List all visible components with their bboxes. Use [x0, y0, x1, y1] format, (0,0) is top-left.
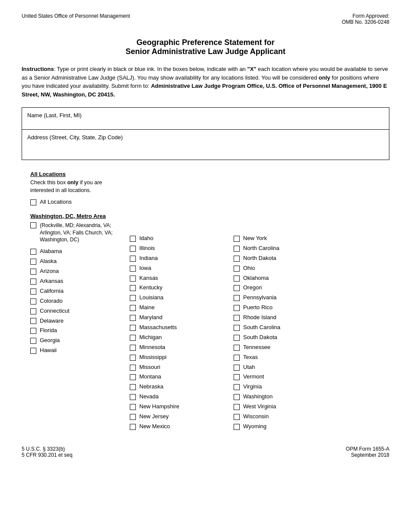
checkbox-connecticut[interactable]: Connecticut	[30, 308, 121, 315]
checkbox-missouri[interactable]: Missouri	[130, 364, 229, 371]
checkbox-illinois[interactable]: Illinois	[130, 245, 229, 252]
instructions-text1: : Type or print clearly in black or blue…	[54, 66, 247, 72]
checkbox-north-carolina[interactable]: North Carolina	[234, 245, 381, 252]
checkbox-idaho[interactable]: Idaho	[130, 235, 229, 242]
checkbox-california[interactable]: California	[30, 288, 121, 295]
checkbox-new-jersey[interactable]: New Jersey	[130, 413, 229, 420]
col2-states: Idaho Illinois Indiana Iowa Kansas Kentu…	[130, 235, 229, 430]
checkbox-maryland[interactable]: Maryland	[130, 314, 229, 321]
checkbox-new-mexico[interactable]: New Mexico	[130, 423, 229, 430]
checkbox-washington[interactable]: Washington	[234, 393, 381, 401]
column-1: All Locations Check this box only if you…	[30, 171, 125, 433]
checkbox-georgia[interactable]: Georgia	[30, 337, 121, 344]
address-label: Address (Street, City, State, Zip Code)	[27, 134, 123, 141]
checkbox-virginia[interactable]: Virginia	[234, 383, 381, 391]
instructions-bold-label: Instructions	[22, 66, 54, 72]
dc-metro-checkbox[interactable]	[30, 222, 36, 228]
checkbox-rhode-island[interactable]: Rhode Island	[234, 314, 381, 321]
all-locations-desc: Check this box only if you are intereste…	[30, 179, 121, 194]
checkbox-minnesota[interactable]: Minnesota	[130, 344, 229, 351]
checkbox-oklahoma[interactable]: Oklahoma	[234, 275, 381, 282]
name-address-box: Name (Last, First, MI) Address (Street, …	[22, 107, 389, 160]
dc-metro-title: Washington, DC, Metro Area	[30, 213, 121, 219]
checkbox-indiana[interactable]: Indiana	[130, 255, 229, 262]
checkbox-utah[interactable]: Utah	[234, 364, 381, 371]
instructions-only: only	[319, 74, 331, 81]
col3-states: New York North Carolina North Dakota Ohi…	[234, 235, 381, 430]
instructions-quote: "X"	[247, 66, 256, 72]
checkbox-south-carolina[interactable]: South Carolina	[234, 324, 381, 331]
checkbox-pennsylvania[interactable]: Pennsylvania	[234, 294, 381, 301]
checkbox-south-dakota[interactable]: South Dakota	[234, 334, 381, 341]
checkbox-michigan[interactable]: Michigan	[130, 334, 229, 341]
checkbox-wyoming[interactable]: Wyoming	[234, 423, 381, 430]
name-field[interactable]: Name (Last, First, MI)	[22, 108, 389, 129]
checkbox-ohio[interactable]: Ohio	[234, 265, 381, 272]
form-title: Geographic Preference Statement for Seni…	[22, 38, 389, 56]
checkbox-massachusetts[interactable]: Massachusetts	[130, 324, 229, 331]
all-locations-title: All Locations	[30, 171, 121, 177]
checkbox-maine[interactable]: Maine	[130, 304, 229, 311]
checkbox-texas[interactable]: Texas	[234, 354, 381, 361]
checkbox-oregon[interactable]: Oregon	[234, 284, 381, 292]
title-section: Geographic Preference Statement for Seni…	[22, 38, 389, 56]
instructions-text: Instructions: Type or print clearly in b…	[22, 65, 389, 99]
checkbox-kansas[interactable]: Kansas	[130, 275, 229, 282]
checkbox-new-york[interactable]: New York	[234, 235, 381, 242]
checkbox-new-hampshire[interactable]: New Hampshire	[130, 403, 229, 410]
name-label: Name (Last, First, MI)	[27, 112, 82, 119]
checkboxes-section: All Locations Check this box only if you…	[22, 171, 389, 433]
agency-name: United States Office of Personnel Manage…	[22, 13, 130, 25]
checkbox-hawaii[interactable]: Hawaii	[30, 347, 121, 354]
checkbox-louisiana[interactable]: Louisiana	[130, 294, 229, 301]
checkbox-montana[interactable]: Montana	[130, 373, 229, 381]
checkbox-mississippi[interactable]: Mississippi	[130, 354, 229, 361]
checkbox-delaware[interactable]: Delaware	[30, 317, 121, 325]
agency-text: United States Office of Personnel Manage…	[22, 13, 130, 19]
all-locations-checkbox[interactable]	[30, 199, 36, 205]
checkbox-vermont[interactable]: Vermont	[234, 373, 381, 381]
checkbox-north-dakota[interactable]: North Dakota	[234, 255, 381, 262]
checkbox-puerto-rico[interactable]: Puerto Rico	[234, 304, 381, 311]
checkbox-iowa[interactable]: Iowa	[130, 265, 229, 272]
checkbox-florida[interactable]: Florida	[30, 327, 121, 334]
checkbox-nebraska[interactable]: Nebraska	[130, 383, 229, 391]
footer-date: September 2018	[346, 452, 389, 458]
column-3: New York North Carolina North Dakota Ohi…	[229, 171, 381, 433]
all-locations-checkbox-item[interactable]: All Locations	[30, 199, 121, 206]
checkbox-wisconsin[interactable]: Wisconsin	[234, 413, 381, 420]
footer-left: 5 U.S.C. § 3323(b) 5 CFR 930.201 et seq	[22, 446, 72, 458]
checkbox-colorado[interactable]: Colorado	[30, 298, 121, 305]
address-field[interactable]: Address (Street, City, State, Zip Code)	[22, 129, 389, 160]
all-locations-label: All Locations	[40, 199, 72, 206]
checkbox-arizona[interactable]: Arizona	[30, 268, 121, 275]
footer-usc: 5 U.S.C. § 3323(b)	[22, 446, 72, 452]
column-2: Idaho Illinois Indiana Iowa Kansas Kentu…	[125, 171, 229, 433]
checkbox-nevada[interactable]: Nevada	[130, 393, 229, 401]
footer-cfr: 5 CFR 930.201 et seq	[22, 452, 72, 458]
page-footer: 5 U.S.C. § 3323(b) 5 CFR 930.201 et seq …	[22, 446, 389, 458]
page-header: United States Office of Personnel Manage…	[22, 13, 389, 25]
col1-states: Alabama Alaska Arizona Arkansas Californ…	[30, 248, 121, 354]
omb-number: OMB No. 3206-0248	[342, 19, 389, 25]
checkbox-west-virginia[interactable]: West Virginia	[234, 403, 381, 410]
form-approved-label: Form Approved:	[342, 13, 389, 19]
form-approval: Form Approved: OMB No. 3206-0248	[342, 13, 389, 25]
footer-form-name: OPM Form 1655-A	[346, 446, 389, 452]
checkbox-alaska[interactable]: Alaska	[30, 258, 121, 265]
dc-metro-checkbox-item[interactable]: (Rockville, MD; Alexandria, VA; Arlingto…	[30, 222, 121, 244]
footer-right: OPM Form 1655-A September 2018	[346, 446, 389, 458]
dc-metro-desc: (Rockville, MD; Alexandria, VA; Arlingto…	[40, 222, 121, 244]
checkbox-arkansas[interactable]: Arkansas	[30, 278, 121, 285]
checkbox-kentucky[interactable]: Kentucky	[130, 284, 229, 292]
checkbox-tennessee[interactable]: Tennessee	[234, 344, 381, 351]
checkbox-alabama[interactable]: Alabama	[30, 248, 121, 255]
